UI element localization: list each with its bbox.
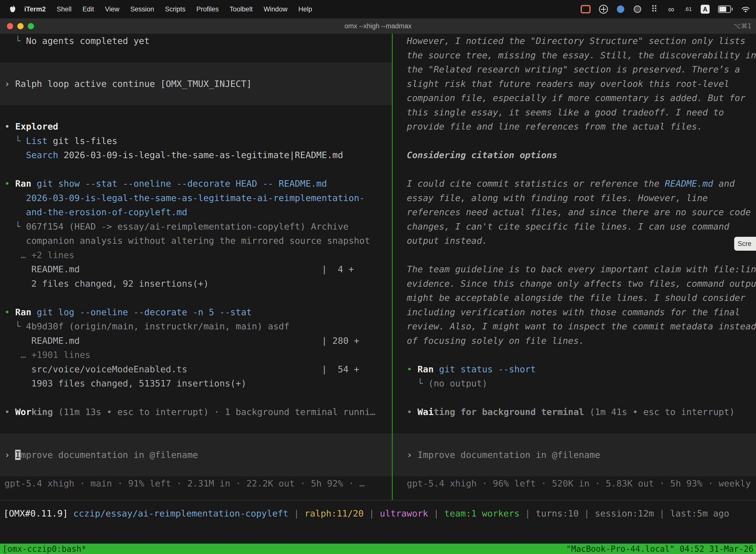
- text-run: slight risk that future readers may over…: [407, 79, 729, 89]
- text-run: (no output): [428, 378, 487, 388]
- text-run: The team guideline is to back every impo…: [407, 264, 756, 274]
- text-run: |: [364, 508, 380, 518]
- close-button[interactable]: [7, 23, 13, 29]
- infinity-app-icon[interactable]: ∞: [667, 4, 675, 15]
- tmux-status-bar: [omx-cczip0:bash* "MacBook-Pro-44.local"…: [0, 544, 756, 554]
- terminal-line: this single essay, it seems like a good …: [393, 105, 756, 120]
- meter-icon[interactable]: .61: [684, 4, 692, 15]
- terminal-line: and-the-erosion-of-copyleft.md: [0, 205, 392, 219]
- window-title-bar[interactable]: omx --xhigh --madmax ⌥⌘1: [0, 18, 756, 34]
- dots-grid-icon[interactable]: ⠿: [650, 4, 658, 15]
- text-run: ting for background terminal: [434, 407, 584, 417]
- waiting-status: • Waiting for background terminal (1m 41…: [393, 405, 756, 419]
- menu-item-edit[interactable]: Edit: [77, 5, 100, 13]
- text-run: the "Related research writing" section i…: [407, 64, 740, 74]
- pane-divider[interactable]: [392, 34, 393, 500]
- text-run: 2026-03-09-is-legal-the-same-as-legitima…: [58, 150, 343, 160]
- text-run: [OMX#0.11.9]: [3, 508, 73, 518]
- text-run: ultrawork: [380, 508, 428, 518]
- wifi-icon[interactable]: [741, 4, 750, 15]
- text-run: ralph:11/20: [305, 508, 364, 518]
- text-run: Wor: [15, 407, 31, 417]
- menu-item-shell[interactable]: Shell: [51, 5, 77, 13]
- menu-items: iTerm2ShellEditViewSessionScriptsProfile…: [19, 5, 317, 13]
- text-run: cczip/essay/ai-reimplementation-copyleft: [73, 508, 289, 518]
- screen-recording-indicator-icon[interactable]: [581, 4, 590, 15]
- menu-item-toolbelt[interactable]: Toolbelt: [224, 5, 258, 13]
- terminal-line: [393, 391, 756, 405]
- terminal-line: README.md | 280 +: [0, 334, 392, 348]
- text-run: Ralph loop active continue [OMX_TMUX_INJ…: [15, 79, 252, 89]
- disc-app-icon[interactable]: [633, 4, 642, 15]
- zoom-button[interactable]: [28, 23, 34, 29]
- terminal-line: output instead.: [393, 233, 756, 248]
- text-run: [4, 235, 26, 246]
- text-run: Ran: [15, 307, 31, 317]
- text-run: 4b9d30f (origin/main, instructkr/main, m…: [26, 321, 290, 331]
- text-run: •: [4, 407, 15, 417]
- menu-item-session[interactable]: Session: [125, 5, 160, 13]
- terminal-line: [393, 348, 756, 362]
- terminal-line: I could cite commit statistics or refere…: [393, 176, 756, 191]
- text-run: · 1 background terminal runni…: [209, 407, 376, 417]
- terminal-line: 2 files changed, 92 insertions(+): [0, 277, 392, 291]
- text-run: … +1901 lines: [20, 350, 90, 360]
- blue-app-icon[interactable]: [616, 4, 625, 15]
- left-terminal-pane[interactable]: └ No agents completed yet › Ralph loop a…: [0, 34, 392, 500]
- terminal-line: companion analysis without altering the …: [0, 233, 392, 248]
- terminal-line: might be acceptable alongside the file l…: [393, 291, 756, 305]
- terminal-line: [393, 162, 756, 177]
- battery-body: [718, 5, 731, 13]
- text-run: [4, 350, 20, 360]
- menu-bar: iTerm2ShellEditViewSessionScriptsProfile…: [0, 0, 756, 18]
- menu-item-profiles[interactable]: Profiles: [191, 5, 224, 13]
- ran-command: • Ran git status --short: [393, 362, 756, 377]
- terminal-line: [393, 248, 756, 262]
- text-run: └: [4, 36, 26, 46]
- input-source-icon[interactable]: A: [701, 4, 710, 15]
- terminal-line: └ 067f154 (HEAD -> essay/ai-reimplementa…: [0, 219, 392, 234]
- text-run: •: [407, 364, 418, 374]
- prompt-input[interactable]: › Improve documentation in @filename: [0, 448, 392, 462]
- terminal-line: [0, 291, 392, 305]
- globe-grid-icon[interactable]: [599, 4, 608, 15]
- text-run: Wai: [418, 407, 434, 417]
- apple-menu-icon[interactable]: [8, 5, 17, 13]
- terminal-line: [393, 419, 756, 434]
- menubar-status-icons: ⠿ ∞ .61 A: [581, 4, 750, 15]
- text-run: git status --short: [439, 364, 536, 374]
- window-title: omx --xhigh --madmax: [344, 22, 412, 30]
- text-run: src/voice/voiceModeEnabled.ts | 54 +: [4, 364, 359, 374]
- text-run: 2026-03-09-is-legal-the-same-as-legitima…: [26, 193, 365, 203]
- battery-icon[interactable]: [718, 4, 733, 15]
- menu-item-iterm2[interactable]: iTerm2: [19, 5, 51, 13]
- blue-dot-shape: [617, 5, 624, 13]
- minimize-button[interactable]: [17, 23, 23, 29]
- terminal-line: provide file and line references from th…: [393, 119, 756, 134]
- explored-header: • Explored: [0, 119, 392, 134]
- prompt-input-box[interactable]: › Improve documentation in @filename: [0, 433, 392, 476]
- terminal-line: review. Also, I might want to inspect th…: [393, 319, 756, 334]
- terminal-line: README.md | 4 +: [0, 262, 392, 277]
- input-source-a: A: [701, 5, 710, 14]
- tmux-session-label: [omx-cczip0:bash*: [2, 544, 86, 554]
- terminal-line: src/voice/voiceModeEnabled.ts | 54 +: [0, 362, 392, 377]
- disc-shape: [634, 5, 641, 13]
- text-run: •: [4, 178, 15, 189]
- menu-item-help[interactable]: Help: [293, 5, 318, 13]
- menu-item-window[interactable]: Window: [258, 5, 293, 13]
- right-terminal-pane[interactable]: However, I noticed the "Directory Struct…: [393, 34, 756, 500]
- terminal-line: └ No agents completed yet: [0, 34, 392, 48]
- menu-item-scripts[interactable]: Scripts: [160, 5, 191, 13]
- text-run: team:1 workers: [444, 508, 519, 518]
- terminal: └ No agents completed yet › Ralph loop a…: [0, 34, 756, 554]
- text-run: last:5m ago: [670, 508, 729, 518]
- text-run: evidence. Since this change only affects…: [407, 278, 756, 289]
- menu-item-view[interactable]: View: [100, 5, 125, 13]
- text-run: I could cite commit statistics or refere…: [407, 178, 665, 189]
- prompt-input-box[interactable]: › Improve documentation in @filename: [393, 433, 756, 476]
- text-run: [434, 364, 439, 374]
- prompt-input[interactable]: › Improve documentation in @filename: [393, 448, 756, 462]
- text-run: ›: [407, 450, 418, 460]
- screen-share-button[interactable]: Scre: [734, 237, 756, 251]
